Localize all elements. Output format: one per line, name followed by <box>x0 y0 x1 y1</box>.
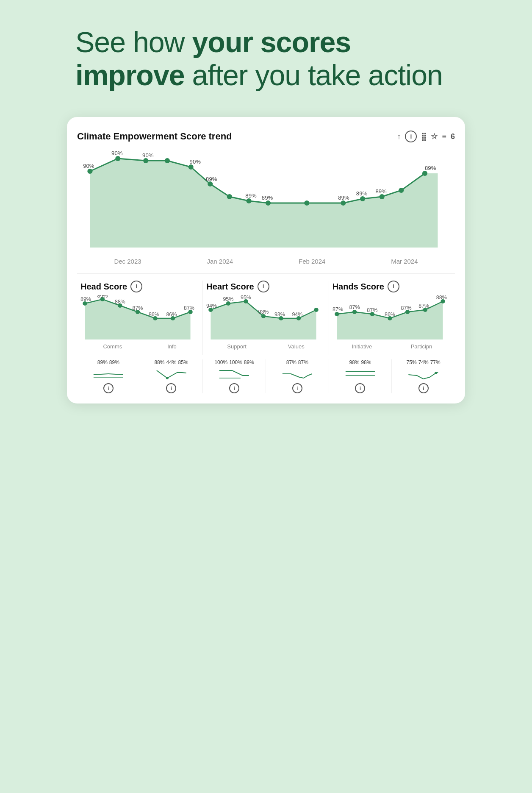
svg-point-58 <box>352 310 357 314</box>
sparkline-1-icon[interactable]: i <box>103 383 114 393</box>
main-chart-x-axis: Dec 2023 Jan 2024 Feb 2024 Mar 2024 <box>77 258 455 265</box>
head-x-info: Info <box>167 343 177 350</box>
svg-text:89%: 89% <box>338 195 349 201</box>
hands-score-x-axis: Initiative Participn <box>332 343 452 350</box>
svg-text:86%: 86% <box>166 312 177 318</box>
main-chart-svg: 90% 90% 90% 90% 89% 89% 89% 89% 89% 89% … <box>77 146 455 256</box>
heart-score-title: Heart Score i <box>206 281 325 292</box>
svg-text:89%: 89% <box>206 176 217 182</box>
svg-text:86%: 86% <box>149 312 159 318</box>
hands-score-label: Hands Score <box>332 282 384 292</box>
sparkline-5-icon[interactable]: i <box>355 383 365 393</box>
main-chart-title: Climate Empowerment Score trend <box>77 131 232 142</box>
svg-text:89%: 89% <box>245 192 257 199</box>
headline: See how your scoresimprove after you tak… <box>75 25 457 92</box>
phone-card: Climate Empowerment Score trend ↑ i ⣿ ☆ … <box>67 117 465 403</box>
svg-point-14 <box>399 188 404 193</box>
svg-point-2 <box>115 156 120 161</box>
main-chart: 90% 90% 90% 90% 89% 89% 89% 89% 89% 89% … <box>77 146 455 256</box>
svg-text:89%: 89% <box>356 190 368 197</box>
head-score-label: Head Score <box>80 282 127 292</box>
sparkline-4-vals: 87% 87% <box>286 359 308 365</box>
bar-chart-icon: ⣿ <box>421 132 427 141</box>
star-icon: ☆ <box>431 132 438 141</box>
x-label-jan: Jan 2024 <box>207 258 233 265</box>
sparkline-4-icon[interactable]: i <box>292 383 302 393</box>
head-score-block: Head Score i 89% 89% 88% 87% <box>77 281 203 355</box>
chart-icons: ↑ i ⣿ ☆ ≡ 6 <box>397 131 455 142</box>
sparkline-1-vals: 89% 89% <box>97 359 119 365</box>
head-score-x-axis: Comms Info <box>80 343 199 350</box>
svg-text:87%: 87% <box>418 303 429 309</box>
svg-text:90%: 90% <box>142 152 154 159</box>
sparkline-6-svg <box>393 366 453 381</box>
svg-text:87%: 87% <box>184 306 194 312</box>
sparkline-2: 88% 44% 85% i <box>140 359 203 393</box>
hands-score-info-icon[interactable]: i <box>388 281 399 292</box>
head-score-title: Head Score i <box>80 281 199 292</box>
sparkline-2-svg <box>142 366 201 381</box>
svg-point-5 <box>188 164 194 170</box>
x-label-mar: Mar 2024 <box>391 258 418 265</box>
heart-score-label: Heart Score <box>206 282 254 292</box>
svg-point-9 <box>266 200 271 206</box>
hands-score-svg: 87% 87% 87% 86% 87% 87% 88% <box>332 295 452 342</box>
svg-text:93%: 93% <box>258 309 269 315</box>
svg-text:86%: 86% <box>385 312 395 318</box>
svg-point-11 <box>341 200 346 206</box>
svg-text:95%: 95% <box>241 295 251 301</box>
svg-marker-42 <box>211 301 316 339</box>
sparkline-6: 75% 74% 77% i <box>392 359 455 393</box>
hands-x-initiative: Initiative <box>352 343 372 350</box>
sparkline-1-svg <box>79 366 138 381</box>
svg-text:87%: 87% <box>367 308 377 314</box>
sparkline-3-svg <box>205 366 264 381</box>
heart-score-svg: 94% 95% 95% 93% 93% 94% <box>206 295 325 342</box>
number-badge: 6 <box>451 132 455 141</box>
svg-point-8 <box>246 198 251 203</box>
sparkline-row: 89% 89% i 88% 44% 85% i <box>77 355 455 393</box>
svg-text:87%: 87% <box>332 307 343 313</box>
svg-text:93%: 93% <box>274 312 285 318</box>
sparkline-3: 100% 100% 89% i <box>203 359 266 393</box>
main-chart-header: Climate Empowerment Score trend ↑ i ⣿ ☆ … <box>77 131 455 142</box>
sparkline-1: 89% 89% i <box>77 359 140 393</box>
head-score-chart: 89% 89% 88% 87% 86% 86% 87% <box>80 295 199 342</box>
hands-score-block: Hands Score i 87% 87% 87% 86% <box>329 281 455 355</box>
head-score-svg: 89% 89% 88% 87% 86% 86% 87% <box>80 295 199 342</box>
sparkline-2-vals: 88% 44% 85% <box>154 359 188 365</box>
sparkline-6-icon[interactable]: i <box>418 383 429 393</box>
info-icon-main[interactable]: i <box>405 131 417 142</box>
heart-score-x-axis: Support Values <box>206 343 325 350</box>
hands-x-participn: Participn <box>411 343 432 350</box>
svg-point-12 <box>360 196 365 201</box>
heart-score-block: Heart Score i 94% 95% 95% 93% <box>203 281 329 355</box>
svg-text:89%: 89% <box>97 295 108 299</box>
svg-text:89%: 89% <box>425 165 436 171</box>
hands-score-chart: 87% 87% 87% 86% 87% 87% 88% <box>332 295 452 342</box>
svg-point-7 <box>227 194 232 199</box>
svg-point-57 <box>335 312 339 316</box>
svg-text:90%: 90% <box>190 159 201 165</box>
sparkline-5-svg <box>331 366 390 381</box>
svg-text:90%: 90% <box>83 163 94 169</box>
svg-text:95%: 95% <box>223 297 234 303</box>
sparkline-3-icon[interactable]: i <box>229 383 239 393</box>
svg-point-49 <box>314 308 319 312</box>
sparkline-3-vals: 100% 100% 89% <box>214 359 254 365</box>
head-score-info-icon[interactable]: i <box>130 281 142 292</box>
svg-point-4 <box>165 158 170 163</box>
heart-x-support: Support <box>227 343 247 350</box>
sparkline-5-vals: 98% 98% <box>349 359 371 365</box>
svg-point-72 <box>166 377 168 379</box>
svg-text:94%: 94% <box>206 303 217 309</box>
x-label-feb: Feb 2024 <box>299 258 325 265</box>
svg-text:87%: 87% <box>133 306 143 312</box>
svg-text:88%: 88% <box>115 299 125 305</box>
svg-text:89%: 89% <box>262 195 273 201</box>
sparkline-2-icon[interactable]: i <box>166 383 176 393</box>
svg-text:89%: 89% <box>375 188 387 195</box>
sparkline-6-vals: 75% 74% 77% <box>407 359 441 365</box>
svg-text:90%: 90% <box>111 150 123 156</box>
heart-score-info-icon[interactable]: i <box>258 281 269 292</box>
